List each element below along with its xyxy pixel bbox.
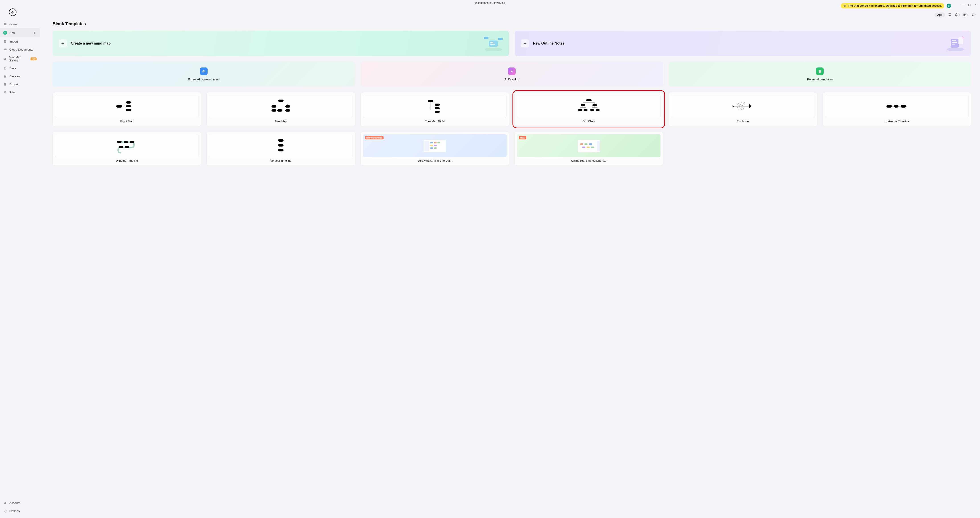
folder-icon — [3, 22, 7, 26]
svg-rect-4 — [964, 14, 965, 15]
sidebar-item-label: New — [10, 31, 15, 35]
ai-drawing-card[interactable]: ✦ AI Drawing — [361, 62, 663, 86]
template-vertical-timeline[interactable]: Vertical Timeline — [207, 132, 355, 166]
edraw-ai-card[interactable]: AI Edraw AI powered mind — [52, 62, 355, 86]
hero-label: Create a new mind map — [71, 41, 111, 45]
template-fishbone[interactable]: Fishbone — [668, 92, 817, 126]
svg-point-18 — [5, 510, 6, 511]
sidebar-item-new[interactable]: + New ＋ — [0, 28, 40, 37]
svg-rect-45 — [586, 99, 592, 101]
tree-map-thumbnail-icon — [209, 95, 353, 118]
sidebar-item-cloud-documents[interactable]: Cloud Documents — [0, 45, 40, 54]
svg-rect-11 — [5, 67, 6, 67]
svg-rect-66 — [430, 142, 433, 143]
ai-icon: AI — [200, 67, 208, 75]
sidebar-item-save-as[interactable]: Save As — [0, 72, 40, 80]
sparkle-icon: ✦ — [508, 67, 515, 75]
sidebar-item-label: Save As — [10, 75, 21, 78]
user-icon — [3, 501, 7, 505]
template-tree-map-right[interactable]: Tree Map Right — [361, 92, 509, 126]
sidebar-item-label: Export — [10, 83, 18, 86]
mind-map-illustration-icon — [482, 35, 504, 52]
svg-rect-79 — [587, 146, 590, 148]
template-org-chart[interactable]: Org Chart — [514, 92, 663, 126]
svg-rect-60 — [125, 146, 129, 148]
svg-rect-65 — [425, 141, 429, 151]
window-minimize-button[interactable]: — — [961, 3, 964, 6]
template-label: Online real-time collabora... — [571, 159, 606, 162]
feature-label: Personal templates — [807, 78, 833, 81]
new-outline-notes-card[interactable]: ＋ New Outline Notes — [515, 31, 971, 56]
sidebar-item-open[interactable]: Open — [0, 20, 40, 28]
app-badge[interactable]: App — [935, 13, 945, 17]
trial-upgrade-banner[interactable]: The trial period has expired. Upgrade to… — [841, 3, 944, 8]
svg-rect-13 — [5, 75, 6, 76]
horizontal-timeline-thumbnail-icon — [825, 95, 969, 118]
sidebar-item-export[interactable]: Export — [0, 80, 40, 88]
app-title: Wondershare EdrawMind — [475, 2, 505, 5]
svg-rect-70 — [434, 145, 436, 146]
icon-text: AI — [202, 70, 205, 73]
export-icon — [3, 82, 7, 86]
right-map-thumbnail-icon — [55, 95, 199, 118]
online-collab-thumbnail-icon: New — [517, 134, 660, 157]
icon-text: ✦ — [511, 70, 513, 73]
svg-rect-24 — [498, 38, 503, 40]
svg-rect-80 — [591, 146, 594, 148]
cloud-icon — [3, 48, 7, 51]
plus-icon: ＋ — [59, 40, 67, 48]
svg-rect-12 — [5, 68, 6, 69]
sidebar-item-account[interactable]: Account — [0, 499, 40, 507]
svg-point-19 — [484, 48, 502, 51]
shirt-icon — [971, 13, 975, 17]
svg-rect-5 — [965, 14, 966, 15]
feature-label: Edraw AI powered mind — [188, 78, 220, 81]
svg-rect-47 — [592, 104, 597, 106]
plus-icon: ＋ — [521, 40, 529, 48]
sidebar-item-label: Open — [10, 22, 17, 26]
avatar[interactable]: C — [947, 3, 951, 8]
sidebar-item-label: MindMap Gallery — [9, 56, 28, 62]
svg-rect-54 — [894, 105, 899, 108]
sidebar: Open + New ＋ Import Cloud Documents Mind… — [0, 6, 40, 518]
chevron-down-icon: ▾ — [959, 14, 960, 16]
svg-rect-46 — [581, 104, 585, 106]
svg-rect-28 — [952, 42, 957, 43]
personal-templates-card[interactable]: ▦ Personal templates — [669, 62, 971, 86]
notifications-button[interactable] — [948, 13, 952, 17]
sidebar-item-import[interactable]: Import — [0, 37, 40, 45]
template-tree-map[interactable]: Tree Map — [207, 92, 355, 126]
template-edrawmax[interactable]: Recommended EdrawMax: All-in-one Dia... — [361, 132, 509, 166]
template-right-map[interactable]: Right Map — [52, 92, 201, 126]
sidebar-item-mindmap-gallery[interactable]: MindMap Gallery Hot — [0, 54, 40, 64]
svg-rect-72 — [434, 148, 436, 149]
svg-rect-36 — [272, 105, 277, 108]
sidebar-item-label: Save — [10, 67, 16, 70]
winding-timeline-thumbnail-icon — [55, 134, 199, 157]
svg-rect-7 — [965, 15, 966, 16]
outline-notes-illustration-icon — [944, 35, 967, 52]
plus-icon[interactable]: ＋ — [32, 30, 37, 35]
theme-button[interactable]: ▾ — [971, 13, 977, 17]
shortcuts-button[interactable]: ▾ — [963, 13, 968, 17]
create-mind-map-card[interactable]: ＋ Create a new mind map — [52, 31, 509, 56]
sidebar-item-save[interactable]: Save — [0, 64, 40, 72]
help-button[interactable]: ▾ — [955, 13, 960, 17]
window-maximize-button[interactable]: ▢ — [968, 3, 970, 6]
template-winding-timeline[interactable]: Winding Timeline — [52, 132, 201, 166]
bell-icon — [948, 13, 952, 17]
sidebar-item-options[interactable]: Options — [0, 507, 40, 515]
import-icon — [3, 40, 7, 43]
svg-rect-37 — [285, 105, 290, 108]
sidebar-item-print[interactable]: Print — [0, 88, 40, 96]
template-label: EdrawMax: All-in-one Dia... — [417, 159, 452, 162]
template-label: Winding Timeline — [116, 159, 138, 162]
template-online-collab[interactable]: New Online real-time collabora... — [514, 132, 663, 166]
template-horizontal-timeline[interactable]: Horizontal Timeline — [822, 92, 971, 126]
svg-rect-30 — [958, 37, 963, 44]
svg-marker-52 — [733, 105, 734, 107]
window-close-button[interactable]: ✕ — [975, 3, 977, 6]
svg-rect-22 — [490, 44, 495, 45]
icon-text: ▦ — [819, 70, 821, 73]
feature-label: AI Drawing — [504, 78, 519, 81]
